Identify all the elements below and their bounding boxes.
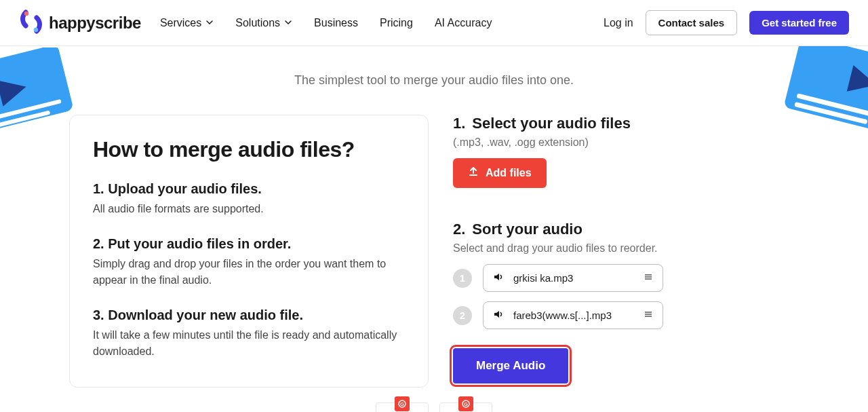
file-row: 1 grkisi ka.mp3 (453, 264, 663, 292)
drag-handle-icon[interactable] (644, 272, 653, 284)
add-files-button[interactable]: Add files (453, 158, 547, 188)
action-panel: 1. Select your audio files (.mp3, .wav, … (453, 115, 663, 388)
drag-handle-icon[interactable] (644, 310, 653, 321)
nav-solutions-label: Solutions (235, 17, 280, 29)
nav-pricing-label: Pricing (380, 17, 413, 29)
howto-card: How to merge audio files? 1. Upload your… (69, 115, 429, 388)
step1-number: 1. (453, 115, 465, 132)
file-name: fareb3(www.s[...].mp3 (513, 310, 634, 321)
nav-business[interactable]: Business (314, 17, 358, 29)
nav-business-label: Business (314, 17, 358, 29)
hero-subtitle: The simplest tool to merge your audio fi… (0, 73, 868, 88)
g2-icon: G (395, 396, 410, 411)
nav-accuracy-label: AI Accuracy (435, 17, 492, 29)
step2-number: 2. (453, 221, 465, 238)
nav-right: Log in Contact sales Get started free (604, 10, 849, 35)
file-index-badge: 1 (453, 269, 472, 288)
howto-step3-heading: 3. Download your new audio file. (93, 307, 405, 323)
file-item[interactable]: grkisi ka.mp3 (483, 264, 663, 292)
nav-solutions[interactable]: Solutions (235, 17, 292, 29)
nav-accuracy[interactable]: AI Accuracy (435, 17, 492, 29)
merge-audio-button[interactable]: Merge Audio (453, 348, 568, 383)
nav-services[interactable]: Services (160, 17, 214, 29)
svg-text:G: G (464, 402, 468, 407)
nav-services-label: Services (160, 17, 201, 29)
svg-point-9 (34, 27, 38, 31)
file-item[interactable]: fareb3(www.s[...].mp3 (483, 301, 663, 329)
brand-text: happyscribe (49, 14, 141, 33)
main-nav: Services Solutions Business Pricing AI A… (160, 17, 492, 29)
howto-step1-heading: 1. Upload your audio files. (93, 181, 405, 197)
sound-icon (493, 309, 504, 322)
chevron-down-icon (205, 17, 214, 29)
logo-icon (19, 10, 43, 37)
g2-badge: G (376, 402, 429, 412)
g2-badge: G (439, 402, 492, 412)
login-link[interactable]: Log in (604, 17, 633, 29)
step2-desc: Select and drag your audio files to reor… (453, 242, 663, 255)
howto-step2-heading: 2. Put your audio files in order. (93, 236, 405, 252)
sound-icon (493, 271, 504, 284)
g2-badges-row: G G (0, 402, 868, 412)
howto-step1-text: All audio file formats are supported. (93, 201, 405, 217)
step2-title: Sort your audio (472, 221, 583, 238)
step1-title: Select your audio files (472, 115, 631, 132)
main-content: How to merge audio files? 1. Upload your… (69, 115, 799, 388)
step1-desc: (.mp3, .wav, .ogg extension) (453, 136, 663, 149)
howto-step3-text: It will take a few minutes until the fil… (93, 327, 405, 360)
get-started-button[interactable]: Get started free (749, 11, 849, 35)
svg-point-8 (24, 11, 28, 15)
howto-step2-text: Simply drag and drop your files in the o… (93, 256, 405, 288)
file-name: grkisi ka.mp3 (513, 272, 634, 284)
contact-sales-button[interactable]: Contact sales (646, 10, 738, 35)
step2-header: 2. Sort your audio (453, 221, 663, 238)
file-index-badge: 2 (453, 306, 472, 325)
nav-pricing[interactable]: Pricing (380, 17, 413, 29)
file-row: 2 fareb3(www.s[...].mp3 (453, 301, 663, 329)
step1-header: 1. Select your audio files (453, 115, 663, 132)
svg-text:G: G (400, 402, 404, 407)
howto-heading: How to merge audio files? (93, 137, 405, 162)
chevron-down-icon (284, 17, 292, 29)
upload-icon (468, 166, 479, 180)
logo[interactable]: happyscribe (19, 10, 141, 37)
g2-icon: G (458, 396, 473, 411)
header: happyscribe Services Solutions Business … (0, 0, 868, 46)
add-files-label: Add files (486, 167, 532, 179)
